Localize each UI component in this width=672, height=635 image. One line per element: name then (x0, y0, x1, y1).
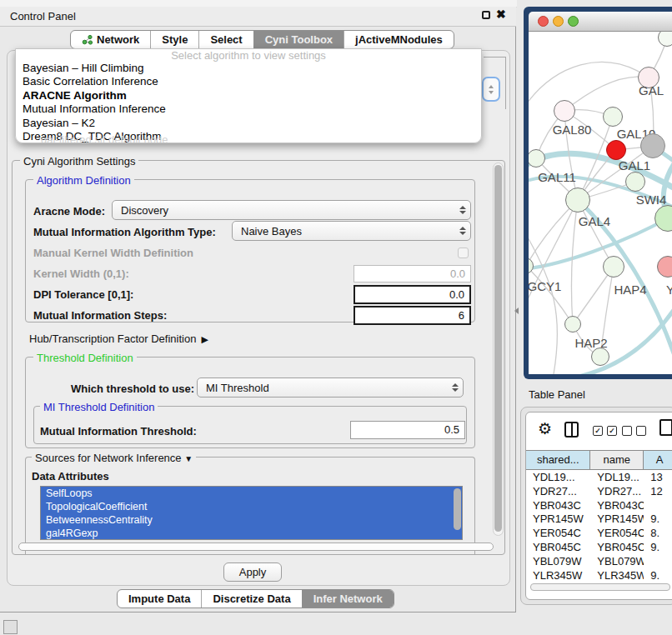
control-panel-titlebar (0, 7, 516, 27)
table-row[interactable]: YPR145WYPR145W9. (526, 512, 672, 527)
table-row[interactable]: YBR043CYBR043C (526, 499, 672, 513)
cyni-settings-group-title: Cyni Algorithm Settings (20, 155, 138, 168)
algorithm-option[interactable]: Basic Correlation Inference (16, 75, 481, 88)
algorithm-option[interactable]: ARACNE Algorithm (16, 89, 481, 102)
table-cell (644, 555, 672, 569)
table-header: shared...nameA (526, 450, 672, 470)
settings-scrollbar-thumb[interactable] (494, 165, 502, 532)
which-threshold-select[interactable]: MI Threshold (197, 378, 464, 398)
table-cell: YBR043C (590, 499, 644, 513)
algorithm-option[interactable]: Bayesian – Hill Climbing (16, 62, 481, 75)
table-row[interactable]: YBR045CYBR045C9. (526, 541, 672, 555)
network-node-gal1[interactable] (606, 140, 626, 160)
collapse-arrow-icon[interactable]: ▼ (184, 454, 193, 463)
table-cell: YBR043C (526, 499, 590, 513)
screen: Control Panel ✖ NetworkStyleSelectCyni T… (0, 0, 672, 635)
network-node-label: GAL (639, 83, 664, 98)
table-cell: YBL079W (590, 555, 644, 569)
show-columns-icon[interactable] (564, 422, 579, 438)
mi-type-select[interactable]: Naive Bayes (232, 221, 471, 241)
expand-arrow-icon[interactable]: ▶ (201, 334, 208, 345)
select-all-columns-icon[interactable]: ✓✓ (593, 426, 617, 436)
data-attribute-item[interactable]: gal4RGexp (41, 527, 462, 540)
tab-discretize-data[interactable]: Discretize Data (201, 590, 301, 608)
sources-group-title[interactable]: Sources for Network Inference ▼ (32, 452, 196, 464)
network-window-titlebar[interactable] (529, 12, 672, 32)
network-node-hap2[interactable] (564, 316, 581, 332)
table-row[interactable]: YBL079WYBL079W (526, 555, 672, 569)
network-node-hap4[interactable] (603, 256, 624, 278)
data-attributes-list[interactable]: SelfLoopsTopologicalCoefficientBetweenne… (40, 486, 463, 540)
data-attribute-item[interactable]: SelfLoops (41, 487, 462, 500)
tab-label: Cyni Toolbox (265, 31, 333, 48)
network-node[interactable] (591, 348, 609, 366)
table-hscrollbar-thumb[interactable] (530, 583, 670, 591)
network-node-label: GAL80 (553, 122, 592, 137)
kernel-width-label: Kernel Width (0,1): (33, 268, 129, 280)
column-header-name[interactable]: name (590, 451, 644, 469)
algorithm-option[interactable]: Bayesian – K2 (16, 117, 481, 130)
unchecked-box-icon (636, 426, 646, 436)
minimize-window-icon[interactable] (553, 16, 564, 27)
column-header-shared-[interactable]: shared... (526, 451, 590, 469)
mi-threshold-label: Mutual Information Threshold: (40, 425, 197, 438)
tab-impute-data[interactable]: Impute Data (118, 590, 201, 608)
table-cell: YDR27... (590, 485, 644, 499)
tab-cyni-toolbox[interactable]: Cyni Toolbox (253, 31, 344, 48)
tab-style[interactable]: Style (150, 31, 198, 48)
table-cell: YBR045C (526, 541, 590, 555)
network-node-gal80[interactable] (554, 100, 575, 122)
kernel-width-field[interactable]: 0.0 (354, 265, 471, 282)
table-row[interactable]: YER054CYER054C8. (526, 527, 672, 541)
aracne-mode-select[interactable]: Discovery (112, 200, 471, 220)
algorithm-option[interactable]: Mutual Information Inference (16, 102, 481, 116)
network-node-swi4[interactable] (625, 172, 645, 192)
tab-select[interactable]: Select (198, 31, 253, 48)
panel-divider-arrow-icon[interactable] (514, 308, 519, 314)
close-window-icon[interactable] (538, 16, 549, 27)
table-row[interactable]: YDL19...YDL19...13 (526, 471, 672, 485)
float-window-icon[interactable] (482, 11, 490, 19)
tab-label: Style (162, 31, 188, 48)
table-cell: YDR27... (526, 485, 590, 499)
manual-kernel-checkbox[interactable] (458, 248, 469, 258)
hub-definition-section[interactable]: Hub/Transcription Factor Definition▶ (29, 332, 208, 345)
inference-algorithm-combo-stepper[interactable] (482, 77, 500, 102)
tab-infer-network[interactable]: Infer Network (302, 590, 394, 608)
aracne-mode-value: Discovery (113, 204, 455, 217)
gear-icon[interactable]: ⚙ (538, 419, 552, 438)
table-panel-title: Table Panel (529, 388, 585, 401)
table-row[interactable]: YDR27...YDR27...12 (526, 485, 672, 499)
mi-threshold-group-title: MI Threshold Definition (40, 401, 158, 413)
dpi-tolerance-field[interactable]: 0.0 (354, 285, 471, 304)
mi-steps-field[interactable]: 6 (354, 306, 471, 325)
tab-label: Discretize Data (213, 590, 290, 608)
ghost-combo-text: gal-filtered.sif default node (41, 133, 168, 142)
network-node-label: GAL4 (579, 214, 610, 228)
network-node-gal10[interactable] (603, 107, 623, 127)
combo-arrows-icon (455, 227, 470, 235)
tab-label: Select (210, 31, 242, 48)
table-cell: 12 (644, 485, 672, 499)
zoom-window-icon[interactable] (568, 16, 579, 27)
mi-threshold-field[interactable]: 0.5 (350, 421, 465, 439)
which-threshold-label: Which threshold to use: (71, 382, 194, 395)
table-row[interactable]: YLR345WYLR345W9. (526, 569, 672, 583)
tab-jactivemnodules[interactable]: jActiveMNodules (344, 31, 454, 48)
network-canvas[interactable]: GALGAL80GAL10GAL1GAL11SWI4GAL4GCY1HAP4YH… (529, 32, 672, 374)
data-attributes-label: Data Attributes (32, 470, 109, 482)
settings-hscrollbar-thumb[interactable] (18, 542, 494, 551)
collapsed-panel-icon[interactable] (3, 620, 18, 634)
data-attribute-item[interactable]: TopologicalCoefficient (41, 500, 462, 513)
deselect-all-columns-icon[interactable] (622, 426, 646, 436)
apply-button[interactable]: Apply (223, 562, 282, 582)
data-attribute-item[interactable]: BetweennessCentrality (41, 513, 462, 527)
new-table-icon[interactable] (659, 419, 672, 436)
attributes-list-scrollbar-thumb[interactable] (454, 488, 461, 530)
network-node-gal4[interactable] (565, 188, 590, 212)
dropdown-options: Bayesian – Hill ClimbingBasic Correlatio… (16, 62, 481, 143)
network-node-label: GCY1 (529, 279, 561, 293)
network-node[interactable] (640, 133, 665, 158)
tab-network[interactable]: Network (71, 31, 150, 48)
column-header-a[interactable]: A (644, 451, 672, 469)
